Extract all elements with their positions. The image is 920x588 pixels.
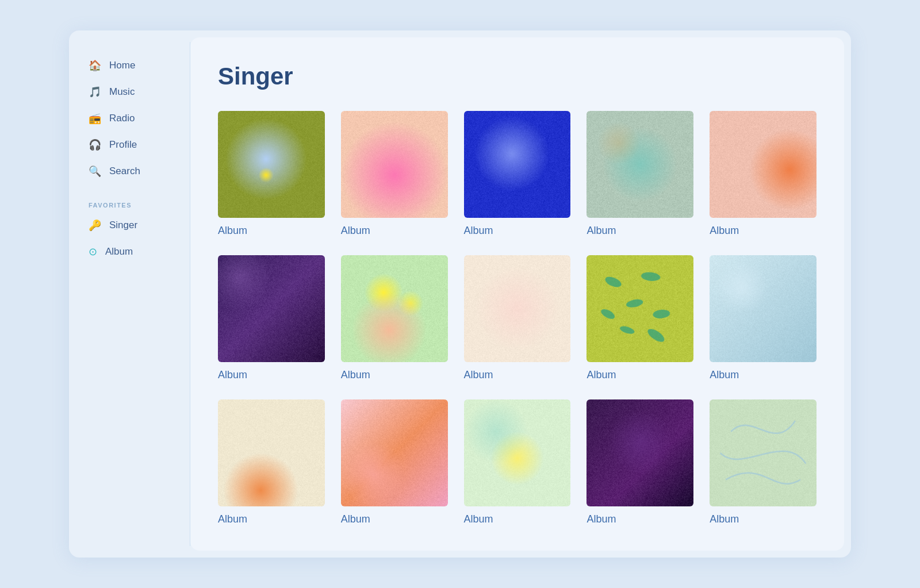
nav-label-home: Home <box>109 60 135 71</box>
album-cover <box>341 255 448 362</box>
album-cover <box>218 255 325 362</box>
album-label: Album <box>218 225 325 237</box>
nav-label-music: Music <box>109 86 135 98</box>
album-cover <box>710 399 816 506</box>
fav-label-singer: Singer <box>109 220 137 231</box>
album-cover <box>710 111 816 218</box>
album-item[interactable]: Album <box>218 111 325 237</box>
album-cover <box>218 399 325 506</box>
album-item[interactable]: Album <box>710 399 816 525</box>
app-container: 🏠 Home 🎵 Music 📻 Radio 🎧 Profile 🔍 Searc… <box>69 30 851 557</box>
album-label: Album <box>218 369 325 381</box>
album-cover <box>586 255 693 362</box>
nav-label-profile: Profile <box>109 139 137 151</box>
album-label: Album <box>464 225 571 237</box>
album-label: Album <box>218 513 325 525</box>
album-label: Album <box>586 369 693 381</box>
album-label: Album <box>710 513 816 525</box>
album-cover <box>464 111 571 218</box>
favorites-label: FAVORITES <box>80 202 178 209</box>
album-cover <box>341 111 448 218</box>
album-label: Album <box>586 225 693 237</box>
album-cover <box>464 255 571 362</box>
nav-item-radio[interactable]: 📻 Radio <box>80 106 178 130</box>
album-item[interactable]: Album <box>586 255 693 381</box>
singer-fav-icon: 🔑 <box>89 219 101 232</box>
album-label: Album <box>464 513 571 525</box>
album-item[interactable]: Album <box>218 399 325 525</box>
album-label: Album <box>341 369 448 381</box>
album-item[interactable]: Album <box>586 111 693 237</box>
album-cover <box>586 399 693 506</box>
nav-item-profile[interactable]: 🎧 Profile <box>80 133 178 157</box>
album-cover <box>341 399 448 506</box>
fav-item-singer[interactable]: 🔑 Singer <box>80 213 178 237</box>
nav-item-home[interactable]: 🏠 Home <box>80 53 178 78</box>
album-item[interactable]: Album <box>710 255 816 381</box>
album-cover <box>464 399 571 506</box>
album-item[interactable]: Album <box>464 399 571 525</box>
home-icon: 🏠 <box>89 59 101 72</box>
nav-item-music[interactable]: 🎵 Music <box>80 80 178 104</box>
search-icon: 🔍 <box>89 165 101 178</box>
album-item[interactable]: Album <box>341 111 448 237</box>
album-cover <box>710 255 816 362</box>
album-label: Album <box>341 225 448 237</box>
album-label: Album <box>341 513 448 525</box>
album-label: Album <box>710 369 816 381</box>
nav-label-search: Search <box>109 166 140 177</box>
favorites-section: 🔑 Singer ⊙ Album <box>80 213 178 264</box>
radio-icon: 📻 <box>89 112 101 125</box>
nav-section: 🏠 Home 🎵 Music 📻 Radio 🎧 Profile 🔍 Searc… <box>80 53 178 183</box>
nav-label-radio: Radio <box>109 113 135 124</box>
page-title: Singer <box>218 63 816 90</box>
album-label: Album <box>586 513 693 525</box>
fav-label-album: Album <box>105 246 133 258</box>
album-item[interactable]: Album <box>341 255 448 381</box>
album-item[interactable]: Album <box>218 255 325 381</box>
album-item[interactable]: Album <box>710 111 816 237</box>
album-cover <box>586 111 693 218</box>
album-item[interactable]: Album <box>341 399 448 525</box>
album-label: Album <box>710 225 816 237</box>
album-grid: AlbumAlbumAlbumAlbumAlbumAlbumAlbumAlbum… <box>218 111 816 525</box>
album-fav-icon: ⊙ <box>89 245 97 258</box>
sidebar: 🏠 Home 🎵 Music 📻 Radio 🎧 Profile 🔍 Searc… <box>69 30 190 557</box>
main-content: Singer AlbumAlbumAlbumAlbumAlbumAlbumAlb… <box>190 37 844 550</box>
profile-icon: 🎧 <box>89 139 101 151</box>
fav-item-album[interactable]: ⊙ Album <box>80 240 178 264</box>
album-label: Album <box>464 369 571 381</box>
album-item[interactable]: Album <box>464 255 571 381</box>
album-item[interactable]: Album <box>586 399 693 525</box>
music-icon: 🎵 <box>89 86 101 98</box>
album-cover <box>218 111 325 218</box>
nav-item-search[interactable]: 🔍 Search <box>80 159 178 183</box>
album-item[interactable]: Album <box>464 111 571 237</box>
